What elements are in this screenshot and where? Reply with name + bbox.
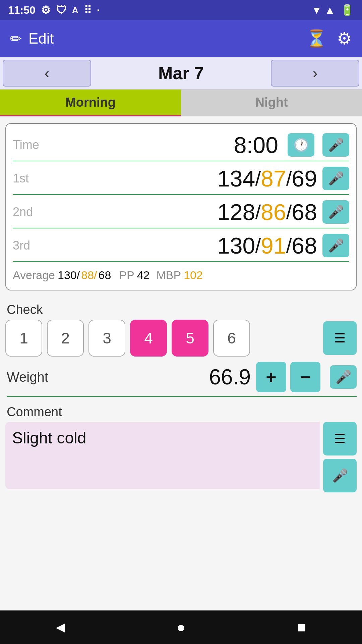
comment-label: Comment [0, 399, 362, 422]
first-pulse: 69 [292, 165, 317, 192]
weight-label: Weight [7, 370, 74, 385]
check-btn-2[interactable]: 2 [47, 320, 84, 357]
check-label: Check [0, 297, 362, 320]
settings-status-icon: ⚙ [41, 4, 51, 16]
first-reading-row: 1st 134 / 87 / 69 🎤 [13, 165, 349, 195]
time-mic-button[interactable]: 🎤 [322, 133, 349, 157]
tab-night-label: Night [255, 95, 288, 110]
second-label: 2nd [13, 205, 66, 219]
app-bar: ✏ Edit ⏳ ⚙ [0, 20, 362, 57]
tab-morning-label: Morning [65, 95, 116, 110]
check-btn-4[interactable]: 4 [130, 320, 167, 357]
clock-button[interactable]: 🕐 [288, 133, 314, 157]
second-pulse: 68 [292, 199, 317, 225]
date-navigation: ‹ Mar 7 › [0, 57, 362, 90]
mbp-label: MBP [157, 269, 181, 282]
app-bar-left: ✏ Edit [10, 30, 54, 47]
timer-icon[interactable]: ⏳ [306, 29, 327, 48]
third-systolic: 130 [217, 232, 255, 259]
weight-mic-button[interactable]: 🎤 [330, 365, 357, 389]
dot-icon: · [97, 4, 100, 16]
third-reading-row: 3rd 130 / 91 / 68 🎤 [13, 232, 349, 262]
recents-button[interactable]: ■ [288, 614, 315, 641]
average-row: Average 130/ 88/ 68 PP 42 MBP 102 [13, 266, 349, 282]
check-btn-4-label: 4 [144, 329, 153, 347]
second-diastolic: 86 [261, 199, 286, 225]
current-date: Mar 7 [94, 63, 268, 83]
status-time-area: 11:50 ⚙ 🛡 A ⠿ · [8, 4, 100, 16]
mbp-value: 102 [184, 269, 203, 282]
first-sep2: / [286, 167, 292, 190]
time-label: Time [13, 138, 66, 152]
time-icons: 🕐 🎤 [282, 133, 349, 157]
second-mic-button[interactable]: 🎤 [322, 200, 349, 224]
app-bar-title: Edit [28, 30, 54, 47]
first-mic-button[interactable]: 🎤 [322, 167, 349, 190]
check-btn-1[interactable]: 1 [5, 320, 42, 357]
check-btn-3-label: 3 [103, 329, 111, 347]
check-btn-6[interactable]: 6 [213, 320, 250, 357]
comment-mic-button[interactable]: 🎤 [323, 459, 357, 492]
third-mic-button[interactable]: 🎤 [322, 234, 349, 257]
check-btn-6-label: 6 [227, 329, 236, 347]
pp-value: 42 [137, 269, 150, 282]
average-label: Average [13, 269, 55, 282]
first-label: 1st [13, 171, 66, 185]
status-bar: 11:50 ⚙ 🛡 A ⠿ · ▾ ▲ 🔋 [0, 0, 362, 20]
first-diastolic: 87 [261, 165, 286, 192]
tab-bar: Morning Night [0, 90, 362, 116]
prev-date-button[interactable]: ‹ [3, 60, 91, 87]
avg-systolic: 130/ [58, 269, 80, 282]
first-systolic: 134 [217, 165, 255, 192]
third-label: 3rd [13, 238, 66, 253]
status-time: 11:50 [8, 4, 36, 16]
third-values: 130 / 91 / 68 [66, 232, 317, 259]
check-menu-button[interactable]: ☰ [323, 321, 357, 355]
app-bar-right: ⏳ ⚙ [306, 29, 352, 48]
settings-icon[interactable]: ⚙ [337, 29, 352, 48]
shield-icon: 🛡 [56, 4, 67, 16]
weight-value: 66.9 [74, 365, 251, 389]
second-sep1: / [255, 201, 261, 224]
check-btn-3[interactable]: 3 [88, 320, 125, 357]
back-button[interactable]: ◄ [47, 614, 74, 641]
signal-icon: ▲ [324, 4, 335, 16]
next-date-button[interactable]: › [271, 60, 359, 87]
second-values: 128 / 86 / 68 [66, 199, 317, 225]
comment-area: Slight cold ☰ 🎤 [5, 422, 357, 492]
first-sep1: / [255, 167, 261, 190]
edit-pencil-icon: ✏ [10, 31, 22, 47]
wifi-icon: ▾ [314, 4, 319, 16]
weight-plus-button[interactable]: + [256, 362, 286, 392]
bottom-nav: ◄ ● ■ [0, 610, 362, 644]
comment-text[interactable]: Slight cold [5, 422, 320, 489]
pp-label: PP [119, 269, 134, 282]
battery-icon: 🔋 [341, 4, 354, 16]
third-diastolic: 91 [261, 232, 286, 259]
third-sep2: / [286, 234, 292, 257]
weight-section-wrapper: Weight 66.9 + − 🎤 [0, 362, 362, 399]
status-right-area: ▾ ▲ 🔋 [314, 4, 354, 16]
tab-night[interactable]: Night [181, 90, 362, 116]
check-buttons: 1 2 3 4 5 6 ☰ [0, 320, 362, 362]
second-systolic: 128 [217, 199, 255, 225]
third-sep1: / [255, 234, 261, 257]
first-values: 134 / 87 / 69 [66, 165, 317, 192]
comment-icons: ☰ 🎤 [323, 422, 357, 492]
reading-card: Time 8:00 🕐 🎤 1st 134 / 87 / 69 🎤 2nd 12… [5, 123, 357, 290]
home-button[interactable]: ● [168, 614, 194, 641]
check-btn-1-label: 1 [19, 329, 28, 347]
weight-row: Weight 66.9 + − 🎤 [7, 362, 357, 397]
check-btn-5-label: 5 [186, 329, 194, 347]
weight-controls: + − 🎤 [256, 362, 357, 392]
font-icon: A [72, 5, 78, 15]
second-reading-row: 2nd 128 / 86 / 68 🎤 [13, 199, 349, 228]
time-row: Time 8:00 🕐 🎤 [13, 132, 349, 161]
check-btn-5[interactable]: 5 [172, 320, 208, 357]
weight-minus-button[interactable]: − [290, 362, 320, 392]
comment-menu-button[interactable]: ☰ [323, 422, 357, 455]
check-btn-2-label: 2 [61, 329, 70, 347]
second-sep2: / [286, 201, 292, 224]
tab-morning[interactable]: Morning [0, 90, 181, 116]
dots-icon: ⠿ [84, 4, 92, 16]
